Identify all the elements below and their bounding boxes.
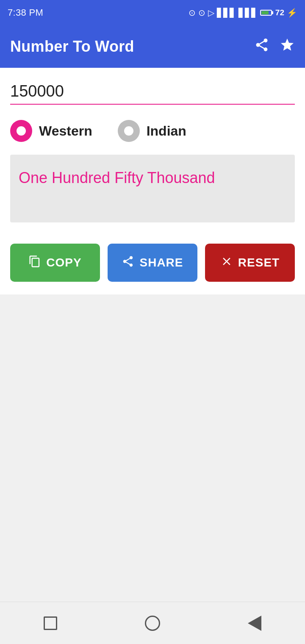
- buttons-section: COPY SHARE RESET: [0, 231, 305, 294]
- status-time: 7:38 PM: [8, 7, 43, 18]
- radio-indian-circle[interactable]: [118, 120, 140, 142]
- nav-back-button[interactable]: [248, 616, 261, 631]
- share-label: SHARE: [139, 256, 183, 269]
- app-bar: Number To Word: [0, 25, 305, 68]
- nav-square-button[interactable]: [44, 616, 57, 630]
- result-text: One Hundred Fifty Thousand: [19, 169, 215, 186]
- share-btn-icon: [122, 255, 134, 271]
- reset-label: RESET: [238, 256, 280, 269]
- battery-icon: [260, 10, 272, 16]
- app-title: Number To Word: [10, 38, 134, 56]
- battery-percent: 72: [275, 8, 284, 17]
- nav-recents-icon: [44, 616, 57, 630]
- reset-button[interactable]: RESET: [205, 244, 295, 282]
- media-icon: ▷: [208, 8, 214, 18]
- result-box: One Hundred Fifty Thousand: [10, 155, 295, 222]
- copy-button[interactable]: COPY: [10, 244, 100, 282]
- nav-bar: [0, 602, 305, 644]
- share-button[interactable]: SHARE: [108, 244, 197, 282]
- empty-area: [0, 294, 305, 644]
- status-bar: 7:38 PM ⊙ ⊙ ▷ ▋▋▋ ▋▋▋ 72 ⚡: [0, 0, 305, 25]
- radio-indian-inner: [124, 126, 133, 136]
- number-input[interactable]: 150000: [10, 80, 295, 105]
- signal-icon-2: ▋▋▋: [238, 8, 258, 18]
- charging-icon: ⚡: [287, 8, 297, 18]
- notification-icon: ⊙: [189, 8, 196, 18]
- radio-western[interactable]: Western: [10, 120, 92, 142]
- radio-group: Western Indian: [10, 120, 295, 142]
- copy-icon: [28, 255, 41, 271]
- reset-icon: [220, 255, 233, 271]
- nav-back-icon: [248, 616, 261, 631]
- radio-western-inner: [17, 126, 26, 136]
- radio-western-label: Western: [39, 123, 92, 139]
- main-content: 150000 Western Indian One Hundred Fifty …: [0, 68, 305, 231]
- signal-icon-1: ▋▋▋: [217, 8, 236, 18]
- location-icon: ⊙: [198, 8, 205, 18]
- radio-western-circle[interactable]: [10, 120, 32, 142]
- nav-home-icon: [145, 616, 160, 631]
- radio-indian[interactable]: Indian: [118, 120, 186, 142]
- favorite-icon[interactable]: [280, 37, 295, 56]
- share-icon[interactable]: [254, 37, 269, 56]
- nav-home-button[interactable]: [145, 616, 160, 631]
- copy-label: COPY: [46, 256, 81, 269]
- status-right: ⊙ ⊙ ▷ ▋▋▋ ▋▋▋ 72 ⚡: [189, 8, 297, 18]
- radio-indian-label: Indian: [147, 123, 186, 139]
- app-bar-actions: [254, 37, 295, 56]
- number-input-wrapper: 150000: [10, 80, 295, 105]
